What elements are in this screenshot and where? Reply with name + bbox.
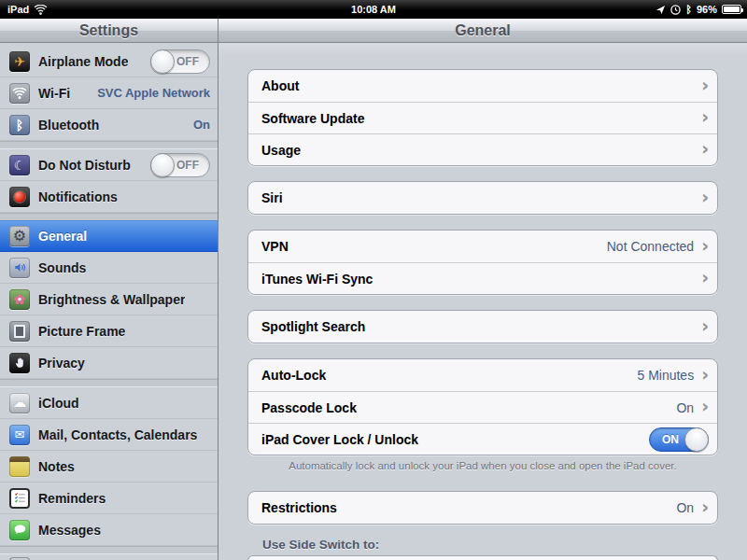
- sidebar-item-general[interactable]: ⚙General: [0, 220, 218, 252]
- row-vpn[interactable]: VPNNot Connected›: [248, 231, 717, 262]
- ipad-cover-lock-unlock-toggle[interactable]: ON: [649, 427, 709, 452]
- sidebar-item-label: General: [38, 229, 87, 244]
- row-label: Siri: [261, 190, 283, 205]
- row-usage[interactable]: Usage›: [248, 133, 717, 165]
- settings-group: Spotlight Search›: [247, 310, 718, 343]
- cloud-icon: ☁: [9, 393, 30, 413]
- chevron-right-icon: ›: [701, 237, 709, 255]
- row-software-update[interactable]: Software Update›: [248, 102, 717, 133]
- sidebar-title: Settings: [79, 22, 138, 39]
- notifications-icon: [9, 187, 30, 207]
- row-label: iPad Cover Lock / Unlock: [261, 432, 418, 447]
- hand-icon: [9, 353, 30, 373]
- restrictions-value: On: [676, 500, 694, 515]
- notes-icon: [9, 456, 30, 477]
- sidebar-item-messages[interactable]: Messages: [0, 514, 218, 546]
- airplane-mode-toggle[interactable]: OFF: [150, 49, 210, 74]
- gear-icon: ⚙: [9, 226, 30, 246]
- sidebar-item-bluetooth[interactable]: ᛒBluetoothOn: [0, 109, 218, 141]
- settings-group-partial: [247, 555, 718, 560]
- row-spotlight-search[interactable]: Spotlight Search›: [248, 311, 717, 343]
- wifi-icon: [9, 83, 30, 104]
- sidebar-item-privacy[interactable]: Privacy: [0, 347, 218, 379]
- sidebar-item-label: Messages: [38, 523, 101, 538]
- ipad-cover-lock-unlock-toggle-knob[interactable]: [684, 427, 709, 452]
- row-auto-lock[interactable]: Auto-Lock5 Minutes›: [248, 359, 717, 391]
- chevron-right-icon: ›: [701, 77, 709, 94]
- vpn-value: Not Connected: [607, 239, 694, 254]
- sidebar-item-label: Picture Frame: [38, 324, 125, 339]
- settings-group: RestrictionsOn›: [247, 491, 718, 525]
- do-not-disturb-toggle-knob[interactable]: [150, 153, 175, 177]
- chevron-right-icon: ›: [701, 108, 709, 126]
- chevron-right-icon: ›: [701, 498, 709, 516]
- ipad-settings-screen: iPad 10:08 AM ᛒ 96%: [0, 0, 747, 560]
- sidebar-item-sounds[interactable]: Sounds: [0, 252, 218, 284]
- sidebar-header: Settings: [0, 19, 218, 43]
- do-not-disturb-toggle[interactable]: OFF: [150, 153, 210, 177]
- settings-sidebar: Settings ✈Airplane ModeOFFWi-FiSVC Apple…: [0, 19, 218, 560]
- sidebar-item-notes[interactable]: Notes: [0, 451, 218, 483]
- speaker-icon: [9, 258, 30, 278]
- sidebar-item-label: Sounds: [38, 260, 86, 275]
- sidebar-item-reminders[interactable]: Reminders: [0, 483, 218, 514]
- auto-lock-value: 5 Minutes: [637, 368, 694, 383]
- row-label: About: [261, 78, 299, 93]
- sidebar-item-label: Airplane Mode: [38, 54, 128, 69]
- row-passcode-lock[interactable]: Passcode LockOn›: [248, 391, 717, 423]
- do-not-disturb-toggle-label: OFF: [176, 159, 199, 172]
- moon-icon: ☾: [9, 155, 30, 175]
- flower-icon: [9, 289, 30, 310]
- main-header: General: [218, 19, 747, 43]
- airplane-icon: ✈: [9, 51, 30, 72]
- sidebar-group-gap: [0, 379, 218, 387]
- passcode-lock-value: On: [676, 400, 694, 415]
- sidebar-group-gap: [0, 141, 218, 149]
- sidebar-group-gap: [0, 546, 218, 554]
- airplane-mode-toggle-knob[interactable]: [150, 49, 175, 74]
- settings-group: Siri›: [247, 181, 718, 215]
- picture-frame-icon: [9, 321, 30, 342]
- sidebar-item-airplane-mode[interactable]: ✈Airplane ModeOFF: [0, 46, 218, 77]
- sidebar-item-brightness-wallpaper[interactable]: Brightness & Wallpaper: [0, 284, 218, 315]
- chevron-right-icon: ›: [701, 189, 709, 206]
- bluetooth-value: On: [188, 118, 210, 132]
- sidebar-item-label: Do Not Disturb: [38, 158, 131, 173]
- sidebar-item-label: Bluetooth: [38, 118, 99, 133]
- row-ipad-cover-lock-unlock[interactable]: iPad Cover Lock / UnlockON: [248, 423, 717, 455]
- sidebar-item-label: Reminders: [38, 491, 106, 506]
- chevron-right-icon: ›: [701, 366, 709, 384]
- battery-icon: [722, 5, 741, 14]
- sidebar-item-wi-fi[interactable]: Wi-FiSVC Apple Network: [0, 77, 218, 109]
- sidebar-item-label: Notifications: [38, 189, 118, 204]
- row-about[interactable]: About›: [248, 70, 717, 102]
- row-label: Restrictions: [261, 500, 337, 515]
- sidebar-list: ✈Airplane ModeOFFWi-FiSVC Apple Networkᛒ…: [0, 43, 218, 560]
- general-pane: General About›Software Update›Usage›Siri…: [218, 19, 747, 560]
- settings-group: VPNNot Connected›iTunes Wi-Fi Sync›: [247, 230, 718, 295]
- wi-fi-value: SVC Apple Network: [92, 86, 210, 100]
- reminders-icon: [9, 488, 30, 509]
- status-time: 10:08 AM: [0, 4, 747, 15]
- sidebar-item-picture-frame[interactable]: Picture Frame: [0, 315, 218, 347]
- sidebar-item-do-not-disturb[interactable]: ☾Do Not DisturbOFF: [0, 149, 218, 181]
- row-itunes-wi-fi-sync[interactable]: iTunes Wi-Fi Sync›: [248, 262, 717, 294]
- content-area: Settings ✈Airplane ModeOFFWi-FiSVC Apple…: [0, 19, 747, 560]
- sidebar-item-icloud[interactable]: ☁iCloud: [0, 387, 218, 419]
- row-label: Usage: [261, 143, 301, 158]
- sidebar-item-label: iCloud: [38, 396, 79, 411]
- sidebar-item-label: Brightness & Wallpaper: [38, 292, 185, 307]
- sidebar-item-label: Notes: [38, 459, 75, 474]
- cover-lock-footnote: Automatically lock and unlock your iPad …: [285, 460, 681, 471]
- row-restrictions[interactable]: RestrictionsOn›: [248, 492, 717, 524]
- chevron-right-icon: ›: [701, 140, 709, 158]
- bluetooth-icon: ᛒ: [9, 115, 30, 135]
- chevron-right-icon: ›: [701, 317, 709, 335]
- side-switch-section-label: Use Side Switch to:: [262, 538, 718, 552]
- sidebar-item-mail-contacts-calendars[interactable]: ✉Mail, Contacts, Calendars: [0, 419, 218, 451]
- settings-group: Auto-Lock5 Minutes›Passcode LockOn›iPad …: [247, 358, 718, 455]
- ipad-cover-lock-unlock-toggle-label: ON: [662, 433, 679, 446]
- row-siri[interactable]: Siri›: [248, 182, 717, 214]
- row-label: VPN: [261, 239, 289, 254]
- sidebar-item-notifications[interactable]: Notifications: [0, 181, 218, 213]
